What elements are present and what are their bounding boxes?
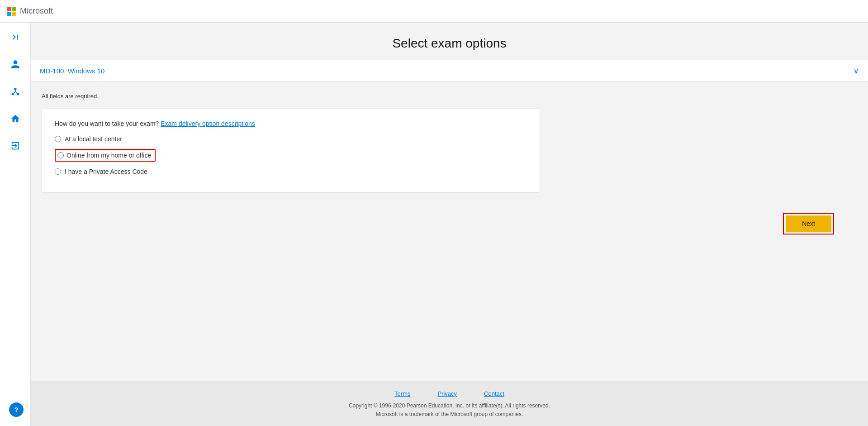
option-online-label: Online from my home or office [66, 152, 151, 159]
sidebar-item-home[interactable] [6, 110, 24, 128]
sidebar-item-signout[interactable] [6, 137, 24, 155]
option-online[interactable]: Online from my home or office [55, 149, 526, 162]
help-button[interactable]: ? [9, 402, 24, 417]
button-area: Next [31, 204, 845, 244]
delivery-link[interactable]: Exam delivery option descriptions [161, 120, 255, 127]
radio-private[interactable] [55, 168, 61, 175]
form-area: All fields are required. How do you want… [31, 82, 845, 204]
page-title-bar: Select exam options [31, 23, 868, 60]
top-bar: Microsoft [0, 0, 868, 23]
footer-privacy-link[interactable]: Privacy [437, 390, 457, 397]
footer-copyright: Copyright © 1996-2020 Pearson Education,… [31, 402, 868, 419]
logo-text: Microsoft [20, 6, 53, 16]
radio-online[interactable] [57, 152, 64, 158]
sidebar-item-profile[interactable] [6, 55, 24, 73]
exam-header: MD-100: Windows 10 ∨ [31, 60, 868, 82]
option-private-label: I have a Private Access Code [65, 168, 147, 175]
exam-title-link[interactable]: MD-100: Windows 10 [40, 67, 104, 75]
sidebar-item-network[interactable] [6, 82, 24, 101]
option-private[interactable]: I have a Private Access Code [55, 168, 526, 175]
question-text: How do you want to take your exam? Exam … [55, 120, 526, 127]
footer-contact-link[interactable]: Contact [484, 390, 504, 397]
online-option-wrapper: Online from my home or office [55, 149, 156, 162]
main-layout: Select exam options MD-100: Windows 10 ∨… [0, 23, 868, 426]
microsoft-logo: Microsoft [7, 6, 53, 16]
exam-chevron-icon[interactable]: ∨ [854, 67, 859, 75]
required-note: All fields are required. [42, 93, 834, 100]
page-title: Select exam options [31, 36, 868, 51]
logo-grid [7, 7, 16, 16]
sidebar-item-collapse[interactable] [6, 28, 24, 46]
options-card: How do you want to take your exam? Exam … [42, 109, 539, 193]
content-area: Select exam options MD-100: Windows 10 ∨… [31, 23, 868, 426]
sidebar [0, 23, 31, 426]
footer: Terms Privacy Contact Copyright © 1996-2… [31, 381, 868, 426]
next-button[interactable]: Next [786, 215, 831, 232]
footer-terms-link[interactable]: Terms [394, 390, 410, 397]
radio-local[interactable] [55, 136, 61, 142]
option-local-label: At a local test center [65, 135, 122, 143]
spacer [31, 244, 868, 381]
option-local[interactable]: At a local test center [55, 135, 526, 143]
next-button-wrapper: Next [783, 213, 834, 235]
footer-links: Terms Privacy Contact [31, 390, 868, 397]
